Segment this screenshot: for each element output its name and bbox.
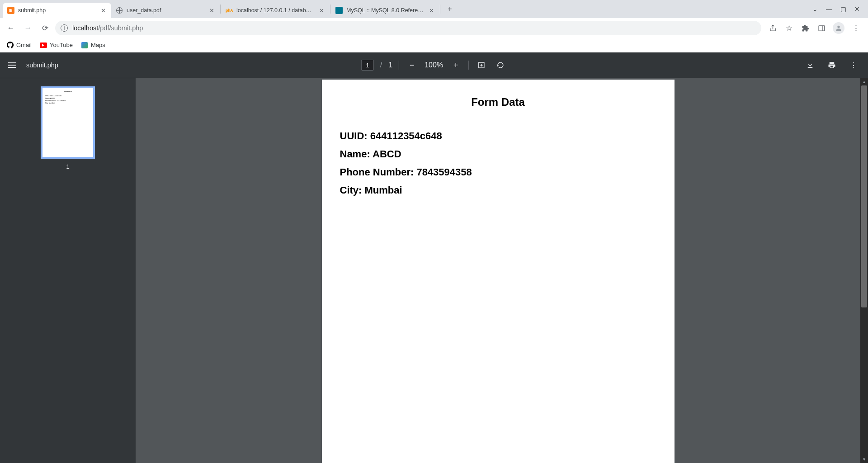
pdf-toolbar: submit.php / 1 − 100% + ⋮ bbox=[0, 52, 868, 78]
close-window-icon[interactable]: ✕ bbox=[854, 5, 860, 13]
scroll-thumb[interactable] bbox=[861, 85, 867, 307]
hamburger-icon[interactable] bbox=[8, 62, 16, 68]
zoom-level: 100% bbox=[425, 61, 443, 69]
url-text: localhost/pdf/submit.php bbox=[72, 24, 143, 32]
bookmark-label: YouTube bbox=[50, 42, 73, 48]
print-icon[interactable] bbox=[826, 59, 838, 71]
thumbnail-page-number: 1 bbox=[66, 163, 69, 170]
profile-avatar[interactable] bbox=[833, 22, 844, 34]
tab-separator bbox=[440, 5, 440, 14]
pdf-filename: submit.php bbox=[26, 61, 58, 69]
svg-point-2 bbox=[837, 26, 840, 28]
page-separator: / bbox=[380, 61, 382, 69]
new-tab-button[interactable]: + bbox=[443, 3, 456, 15]
zoom-in-button[interactable]: + bbox=[449, 59, 462, 71]
page-total: 1 bbox=[388, 61, 392, 69]
page-number-input[interactable] bbox=[361, 60, 374, 71]
browser-nav-bar: ← → ⟳ i localhost/pdf/submit.php ☆ ⋮ bbox=[0, 18, 868, 38]
bookmark-gmail[interactable]: Gmail bbox=[6, 42, 32, 49]
bookmark-star-icon[interactable]: ☆ bbox=[784, 23, 794, 33]
scroll-up-arrow[interactable]: ▲ bbox=[860, 78, 868, 85]
pdf-viewer-body: Form Data UUID: 644112354c648 Name: ABCD… bbox=[0, 78, 868, 463]
close-icon[interactable]: ✕ bbox=[318, 7, 325, 14]
github-icon bbox=[6, 42, 14, 49]
svg-rect-0 bbox=[819, 25, 825, 30]
side-panel-icon[interactable] bbox=[816, 23, 826, 33]
scroll-track[interactable] bbox=[860, 85, 868, 455]
close-icon[interactable]: ✕ bbox=[99, 7, 107, 14]
thumbnail-panel: Form Data UUID: 644112354c648 Name: ABCD… bbox=[0, 78, 136, 463]
maps-icon bbox=[81, 42, 88, 49]
back-button[interactable]: ← bbox=[4, 21, 18, 35]
page-area[interactable]: Form Data UUID: 644112354c648 Name: ABCD… bbox=[136, 78, 860, 463]
rotate-icon[interactable] bbox=[494, 59, 507, 71]
minimize-icon[interactable]: — bbox=[826, 5, 832, 13]
tab-2[interactable]: phA localhost / 127.0.0.1 / database / ✕ bbox=[221, 3, 330, 18]
bookmark-youtube[interactable]: YouTube bbox=[40, 42, 73, 49]
menu-icon[interactable]: ⋮ bbox=[851, 23, 861, 33]
maximize-icon[interactable]: ▢ bbox=[840, 5, 846, 13]
tab-1[interactable]: user_data.pdf ✕ bbox=[111, 3, 220, 18]
tab-title: localhost / 127.0.0.1 / database / bbox=[236, 7, 314, 14]
more-icon[interactable]: ⋮ bbox=[847, 59, 860, 71]
document-line: UUID: 644112354c648 bbox=[340, 130, 656, 142]
browser-tab-bar: ⊞ submit.php ✕ user_data.pdf ✕ phA local… bbox=[0, 0, 868, 18]
document-title: Form Data bbox=[340, 96, 656, 109]
phpmyadmin-icon: phA bbox=[226, 7, 233, 14]
close-icon[interactable]: ✕ bbox=[208, 7, 215, 14]
globe-icon bbox=[116, 7, 123, 14]
close-icon[interactable]: ✕ bbox=[428, 7, 435, 14]
window-controls: ⌄ — ▢ ✕ bbox=[804, 0, 868, 18]
vertical-scrollbar[interactable]: ▲ ▼ bbox=[860, 78, 868, 463]
zoom-out-button[interactable]: − bbox=[406, 59, 418, 71]
tab-0[interactable]: ⊞ submit.php ✕ bbox=[3, 3, 111, 18]
site-info-icon[interactable]: i bbox=[61, 24, 68, 32]
bookmark-maps[interactable]: Maps bbox=[81, 42, 105, 49]
page-thumbnail[interactable]: Form Data UUID: 644112354c648 Name: ABCD… bbox=[41, 86, 95, 159]
share-icon[interactable] bbox=[768, 23, 778, 33]
toolbar-right: ☆ ⋮ bbox=[764, 22, 864, 34]
scroll-down-arrow[interactable]: ▼ bbox=[860, 455, 868, 463]
youtube-icon bbox=[40, 42, 47, 49]
forward-button[interactable]: → bbox=[21, 21, 35, 35]
download-icon[interactable] bbox=[804, 59, 816, 71]
mysql-icon bbox=[335, 7, 343, 14]
fit-page-icon[interactable] bbox=[475, 59, 488, 71]
document-line: Name: ABCD bbox=[340, 148, 656, 160]
tab-title: MySQL :: MySQL 8.0 Reference M bbox=[346, 7, 424, 14]
reload-button[interactable]: ⟳ bbox=[38, 21, 52, 35]
extensions-icon[interactable] bbox=[800, 23, 810, 33]
address-bar[interactable]: i localhost/pdf/submit.php bbox=[55, 21, 761, 35]
tab-title: submit.php bbox=[18, 7, 96, 14]
xampp-icon: ⊞ bbox=[7, 7, 14, 14]
divider bbox=[468, 61, 469, 70]
bookmark-label: Gmail bbox=[16, 42, 32, 48]
tab-title: user_data.pdf bbox=[127, 7, 204, 14]
document-line: Phone Number: 7843594358 bbox=[340, 166, 656, 178]
bookmarks-bar: Gmail YouTube Maps bbox=[0, 38, 868, 52]
tab-separator bbox=[330, 5, 330, 14]
tab-separator bbox=[220, 5, 221, 14]
chevron-down-icon[interactable]: ⌄ bbox=[812, 5, 818, 13]
pdf-page: Form Data UUID: 644112354c648 Name: ABCD… bbox=[322, 80, 675, 463]
divider bbox=[399, 61, 399, 70]
bookmark-label: Maps bbox=[91, 42, 105, 48]
tab-3[interactable]: MySQL :: MySQL 8.0 Reference M ✕ bbox=[331, 3, 439, 18]
document-line: City: Mumbai bbox=[340, 184, 656, 196]
